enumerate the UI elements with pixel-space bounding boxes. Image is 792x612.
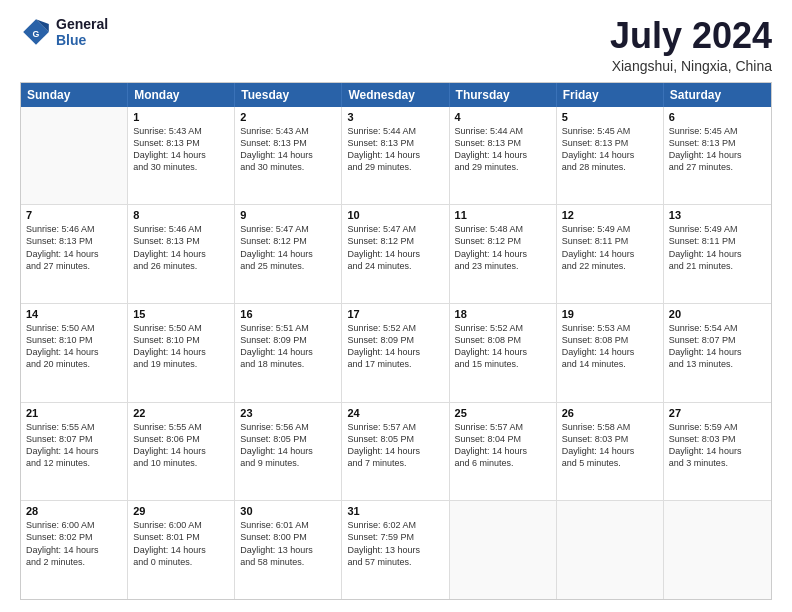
day-number: 5	[562, 111, 658, 123]
calendar-cell: 4Sunrise: 5:44 AM Sunset: 8:13 PM Daylig…	[450, 107, 557, 205]
calendar-cell: 8Sunrise: 5:46 AM Sunset: 8:13 PM Daylig…	[128, 205, 235, 303]
day-number: 14	[26, 308, 122, 320]
day-info: Sunrise: 5:45 AM Sunset: 8:13 PM Dayligh…	[562, 125, 658, 174]
day-number: 11	[455, 209, 551, 221]
day-info: Sunrise: 5:57 AM Sunset: 8:04 PM Dayligh…	[455, 421, 551, 470]
day-number: 3	[347, 111, 443, 123]
calendar-cell	[450, 501, 557, 599]
day-info: Sunrise: 5:49 AM Sunset: 8:11 PM Dayligh…	[562, 223, 658, 272]
calendar-cell: 23Sunrise: 5:56 AM Sunset: 8:05 PM Dayli…	[235, 403, 342, 501]
day-number: 10	[347, 209, 443, 221]
day-number: 31	[347, 505, 443, 517]
calendar-row-3: 21Sunrise: 5:55 AM Sunset: 8:07 PM Dayli…	[21, 402, 771, 501]
day-number: 24	[347, 407, 443, 419]
calendar-cell: 17Sunrise: 5:52 AM Sunset: 8:09 PM Dayli…	[342, 304, 449, 402]
calendar-cell: 7Sunrise: 5:46 AM Sunset: 8:13 PM Daylig…	[21, 205, 128, 303]
subtitle: Xiangshui, Ningxia, China	[610, 58, 772, 74]
day-number: 18	[455, 308, 551, 320]
day-number: 2	[240, 111, 336, 123]
day-number: 23	[240, 407, 336, 419]
day-info: Sunrise: 5:55 AM Sunset: 8:07 PM Dayligh…	[26, 421, 122, 470]
calendar-cell: 22Sunrise: 5:55 AM Sunset: 8:06 PM Dayli…	[128, 403, 235, 501]
day-number: 27	[669, 407, 766, 419]
calendar-cell: 9Sunrise: 5:47 AM Sunset: 8:12 PM Daylig…	[235, 205, 342, 303]
day-number: 4	[455, 111, 551, 123]
calendar-cell: 6Sunrise: 5:45 AM Sunset: 8:13 PM Daylig…	[664, 107, 771, 205]
calendar-cell: 1Sunrise: 5:43 AM Sunset: 8:13 PM Daylig…	[128, 107, 235, 205]
calendar-cell: 11Sunrise: 5:48 AM Sunset: 8:12 PM Dayli…	[450, 205, 557, 303]
day-info: Sunrise: 5:48 AM Sunset: 8:12 PM Dayligh…	[455, 223, 551, 272]
header-day-saturday: Saturday	[664, 83, 771, 107]
day-info: Sunrise: 6:01 AM Sunset: 8:00 PM Dayligh…	[240, 519, 336, 568]
header-day-sunday: Sunday	[21, 83, 128, 107]
day-info: Sunrise: 6:00 AM Sunset: 8:02 PM Dayligh…	[26, 519, 122, 568]
calendar-cell: 2Sunrise: 5:43 AM Sunset: 8:13 PM Daylig…	[235, 107, 342, 205]
day-number: 15	[133, 308, 229, 320]
calendar-row-4: 28Sunrise: 6:00 AM Sunset: 8:02 PM Dayli…	[21, 500, 771, 599]
calendar-header: SundayMondayTuesdayWednesdayThursdayFrid…	[21, 83, 771, 107]
day-info: Sunrise: 5:43 AM Sunset: 8:13 PM Dayligh…	[240, 125, 336, 174]
day-number: 22	[133, 407, 229, 419]
header: G General Blue July 2024 Xiangshui, Ning…	[20, 16, 772, 74]
main-title: July 2024	[610, 16, 772, 56]
day-info: Sunrise: 5:55 AM Sunset: 8:06 PM Dayligh…	[133, 421, 229, 470]
day-info: Sunrise: 5:49 AM Sunset: 8:11 PM Dayligh…	[669, 223, 766, 272]
calendar-cell: 15Sunrise: 5:50 AM Sunset: 8:10 PM Dayli…	[128, 304, 235, 402]
calendar-cell: 29Sunrise: 6:00 AM Sunset: 8:01 PM Dayli…	[128, 501, 235, 599]
header-day-wednesday: Wednesday	[342, 83, 449, 107]
calendar-cell: 21Sunrise: 5:55 AM Sunset: 8:07 PM Dayli…	[21, 403, 128, 501]
logo-icon: G	[20, 16, 52, 48]
calendar-cell: 31Sunrise: 6:02 AM Sunset: 7:59 PM Dayli…	[342, 501, 449, 599]
day-info: Sunrise: 5:56 AM Sunset: 8:05 PM Dayligh…	[240, 421, 336, 470]
calendar-cell: 10Sunrise: 5:47 AM Sunset: 8:12 PM Dayli…	[342, 205, 449, 303]
day-number: 29	[133, 505, 229, 517]
day-number: 12	[562, 209, 658, 221]
calendar-row-0: 1Sunrise: 5:43 AM Sunset: 8:13 PM Daylig…	[21, 107, 771, 205]
header-day-thursday: Thursday	[450, 83, 557, 107]
day-info: Sunrise: 5:52 AM Sunset: 8:09 PM Dayligh…	[347, 322, 443, 371]
calendar-cell: 26Sunrise: 5:58 AM Sunset: 8:03 PM Dayli…	[557, 403, 664, 501]
day-info: Sunrise: 5:50 AM Sunset: 8:10 PM Dayligh…	[133, 322, 229, 371]
calendar-cell: 19Sunrise: 5:53 AM Sunset: 8:08 PM Dayli…	[557, 304, 664, 402]
day-info: Sunrise: 5:54 AM Sunset: 8:07 PM Dayligh…	[669, 322, 766, 371]
day-number: 16	[240, 308, 336, 320]
header-day-tuesday: Tuesday	[235, 83, 342, 107]
day-number: 1	[133, 111, 229, 123]
day-info: Sunrise: 5:44 AM Sunset: 8:13 PM Dayligh…	[347, 125, 443, 174]
day-info: Sunrise: 5:59 AM Sunset: 8:03 PM Dayligh…	[669, 421, 766, 470]
day-number: 25	[455, 407, 551, 419]
calendar-cell: 24Sunrise: 5:57 AM Sunset: 8:05 PM Dayli…	[342, 403, 449, 501]
day-number: 21	[26, 407, 122, 419]
calendar-body: 1Sunrise: 5:43 AM Sunset: 8:13 PM Daylig…	[21, 107, 771, 599]
day-number: 28	[26, 505, 122, 517]
day-number: 7	[26, 209, 122, 221]
day-info: Sunrise: 5:43 AM Sunset: 8:13 PM Dayligh…	[133, 125, 229, 174]
day-info: Sunrise: 5:46 AM Sunset: 8:13 PM Dayligh…	[133, 223, 229, 272]
calendar: SundayMondayTuesdayWednesdayThursdayFrid…	[20, 82, 772, 600]
logo: G General Blue	[20, 16, 108, 48]
day-info: Sunrise: 5:58 AM Sunset: 8:03 PM Dayligh…	[562, 421, 658, 470]
day-number: 19	[562, 308, 658, 320]
svg-text:G: G	[33, 29, 40, 39]
calendar-cell: 14Sunrise: 5:50 AM Sunset: 8:10 PM Dayli…	[21, 304, 128, 402]
day-number: 9	[240, 209, 336, 221]
calendar-cell: 16Sunrise: 5:51 AM Sunset: 8:09 PM Dayli…	[235, 304, 342, 402]
day-info: Sunrise: 5:45 AM Sunset: 8:13 PM Dayligh…	[669, 125, 766, 174]
day-number: 26	[562, 407, 658, 419]
logo-text: General Blue	[56, 16, 108, 48]
calendar-cell	[664, 501, 771, 599]
day-number: 17	[347, 308, 443, 320]
calendar-cell: 20Sunrise: 5:54 AM Sunset: 8:07 PM Dayli…	[664, 304, 771, 402]
header-day-friday: Friday	[557, 83, 664, 107]
calendar-cell: 30Sunrise: 6:01 AM Sunset: 8:00 PM Dayli…	[235, 501, 342, 599]
day-number: 6	[669, 111, 766, 123]
calendar-cell	[557, 501, 664, 599]
calendar-cell: 27Sunrise: 5:59 AM Sunset: 8:03 PM Dayli…	[664, 403, 771, 501]
title-block: July 2024 Xiangshui, Ningxia, China	[610, 16, 772, 74]
calendar-cell: 5Sunrise: 5:45 AM Sunset: 8:13 PM Daylig…	[557, 107, 664, 205]
day-info: Sunrise: 5:51 AM Sunset: 8:09 PM Dayligh…	[240, 322, 336, 371]
day-info: Sunrise: 5:47 AM Sunset: 8:12 PM Dayligh…	[347, 223, 443, 272]
day-info: Sunrise: 5:46 AM Sunset: 8:13 PM Dayligh…	[26, 223, 122, 272]
calendar-row-2: 14Sunrise: 5:50 AM Sunset: 8:10 PM Dayli…	[21, 303, 771, 402]
day-number: 13	[669, 209, 766, 221]
